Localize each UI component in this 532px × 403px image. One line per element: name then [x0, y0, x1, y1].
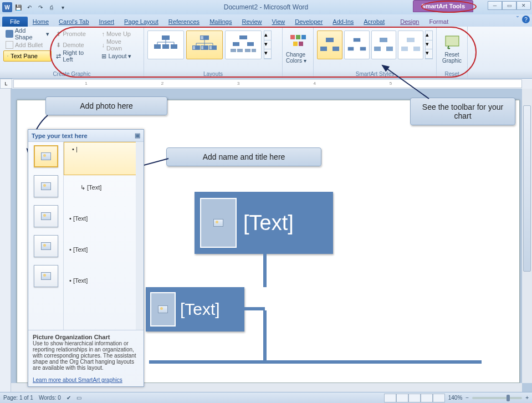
group-label-styles: SmartArt Styles — [314, 71, 436, 77]
svg-rect-41 — [374, 47, 381, 51]
close-button[interactable]: ✕ — [516, 1, 531, 10]
text-pane-item-1[interactable]: • | — [64, 142, 137, 175]
tab-home[interactable]: Home — [28, 17, 54, 27]
tab-design[interactable]: Design — [395, 17, 424, 27]
view-web-layout[interactable] — [408, 394, 421, 402]
layout-option-2-selected[interactable] — [186, 30, 223, 59]
callout-add-photo: Add photo here — [45, 96, 167, 115]
text-pane-button[interactable]: Text Pane — [3, 50, 52, 62]
chart-node-assistant-text[interactable]: [Text] — [180, 300, 220, 319]
view-print-layout[interactable] — [384, 394, 396, 402]
svg-rect-37 — [353, 38, 361, 42]
style-option-2[interactable] — [344, 30, 370, 59]
minimize-ribbon-icon[interactable]: ˇ — [516, 16, 519, 23]
group-change-colors: Change Colors ▾ — [283, 27, 314, 78]
svg-rect-1 — [154, 44, 161, 49]
add-shape-button[interactable]: Add Shape ▾ — [3, 28, 52, 39]
zoom-out-button[interactable]: − — [466, 395, 469, 401]
tab-file[interactable]: File — [2, 17, 28, 27]
text-pane-list[interactable]: • | ↳ [Text] • [Text] • [Text] • [Text] — [64, 142, 144, 330]
tab-acrobat[interactable]: Acrobat — [359, 17, 390, 27]
view-draft[interactable] — [433, 394, 445, 402]
text-pane-thumb-5[interactable] — [34, 265, 58, 287]
horizontal-ruler[interactable]: 1 2 3 4 5 — [13, 79, 522, 88]
zoom-level[interactable]: 140% — [448, 395, 463, 401]
style-option-3[interactable] — [371, 30, 397, 59]
tab-format[interactable]: Format — [424, 17, 453, 27]
text-pane-item-3[interactable]: • [Text] — [69, 215, 88, 222]
tab-selector-button[interactable]: L — [0, 79, 12, 89]
group-create-graphic: Add Shape ▾ Add Bullet Text Pane ⬆ Promo… — [0, 27, 144, 78]
text-pane-item-5[interactable]: • [Text] — [69, 277, 88, 284]
right-to-left-button[interactable]: ⇄ Right to Left — [54, 50, 97, 62]
style-option-1-selected[interactable] — [317, 30, 342, 59]
chart-node-top-text[interactable]: [Text] — [243, 211, 294, 235]
text-pane-thumb-1[interactable] — [34, 145, 58, 167]
style-option-4[interactable] — [398, 30, 423, 59]
svg-rect-29 — [290, 35, 295, 39]
contextual-tab-label: SmartArt Tools — [413, 0, 473, 12]
zoom-in-button[interactable]: + — [525, 395, 529, 401]
view-full-screen[interactable] — [396, 394, 408, 402]
text-pane-info: Picture Organization Chart Use to show h… — [28, 330, 144, 386]
svg-rect-32 — [293, 42, 298, 46]
tab-page-layout[interactable]: Page Layout — [119, 17, 163, 27]
learn-more-link[interactable]: Learn more about SmartArt graphics — [33, 377, 122, 383]
undo-icon[interactable]: ↶ — [24, 2, 34, 12]
change-colors-button[interactable]: Change Colors ▾ — [286, 28, 310, 68]
tab-references[interactable]: References — [163, 17, 204, 27]
save-icon[interactable]: 💾 — [13, 2, 23, 12]
status-macro-icon[interactable]: ▭ — [76, 395, 81, 401]
chart-node-top-picture[interactable] — [200, 198, 237, 248]
tab-carol[interactable]: Carol's Tab — [54, 17, 94, 27]
tab-view[interactable]: View — [267, 17, 290, 27]
layout-option-3[interactable] — [225, 30, 262, 59]
svg-rect-31 — [301, 35, 306, 39]
text-pane-item-2[interactable]: ↳ [Text] — [80, 184, 101, 191]
group-reset: Reset Graphic Reset — [437, 27, 468, 78]
text-pane-close-icon[interactable]: ▣ — [135, 132, 140, 139]
vertical-scrollbar[interactable] — [522, 89, 532, 383]
text-pane-thumb-2[interactable] — [34, 175, 58, 197]
restore-button[interactable]: ▭ — [502, 1, 516, 10]
chart-node-assistant-picture[interactable] — [150, 292, 176, 327]
zoom-slider-knob[interactable] — [507, 395, 510, 401]
text-pane-item-4[interactable]: • [Text] — [69, 246, 88, 253]
vertical-scrollbar-thumb[interactable] — [523, 105, 531, 272]
svg-rect-16 — [209, 46, 212, 49]
reset-graphic-button[interactable]: Reset Graphic — [440, 28, 464, 68]
tab-insert[interactable]: Insert — [94, 17, 120, 27]
qat-icon-2[interactable]: ▾ — [58, 2, 68, 12]
title-bar: W 💾 ↶ ↷ ⎙ ▾ Document2 - Microsoft Word S… — [0, 0, 532, 14]
chart-node-top[interactable]: [Text] — [195, 192, 333, 254]
layouts-gallery-more[interactable]: ▴▾▾ — [264, 30, 272, 59]
group-label-create-graphic: Create Graphic — [0, 71, 144, 77]
text-pane-scrollbar[interactable] — [136, 142, 144, 330]
tab-review[interactable]: Review — [237, 17, 267, 27]
zoom-slider[interactable] — [472, 397, 522, 399]
tab-addins[interactable]: Add-Ins — [328, 17, 359, 27]
smartart-text-pane[interactable]: Type your text here ▣ • | ↳ [Text] • [Te… — [28, 129, 144, 387]
text-pane-thumb-3[interactable] — [34, 205, 58, 227]
word-app-icon[interactable]: W — [2, 2, 12, 12]
styles-gallery-more[interactable]: ▴▾▾ — [425, 30, 433, 59]
demote-button: ⬇ Demote — [54, 39, 97, 50]
layout-button[interactable]: ⊞ Layout ▾ — [99, 50, 140, 62]
text-pane-thumb-4[interactable] — [34, 235, 58, 257]
status-page[interactable]: Page: 1 of 1 — [3, 395, 33, 401]
qat-icon-1[interactable]: ⎙ — [47, 2, 57, 12]
chart-node-assistant[interactable]: [Text] — [146, 287, 244, 331]
status-words[interactable]: Words: 0 — [39, 395, 61, 401]
minimize-button[interactable]: ─ — [488, 1, 502, 10]
view-outline[interactable] — [421, 394, 433, 402]
image-placeholder-icon — [41, 152, 51, 160]
tab-developer[interactable]: Developer — [290, 17, 328, 27]
svg-rect-43 — [407, 38, 415, 42]
help-icon[interactable]: ? — [522, 16, 530, 23]
svg-rect-42 — [386, 47, 393, 51]
redo-icon[interactable]: ↷ — [35, 2, 45, 12]
tab-mailings[interactable]: Mailings — [204, 17, 237, 27]
layout-option-1[interactable] — [147, 30, 184, 59]
status-spell-icon[interactable]: ✔ — [66, 395, 71, 401]
vertical-ruler[interactable] — [0, 89, 11, 392]
